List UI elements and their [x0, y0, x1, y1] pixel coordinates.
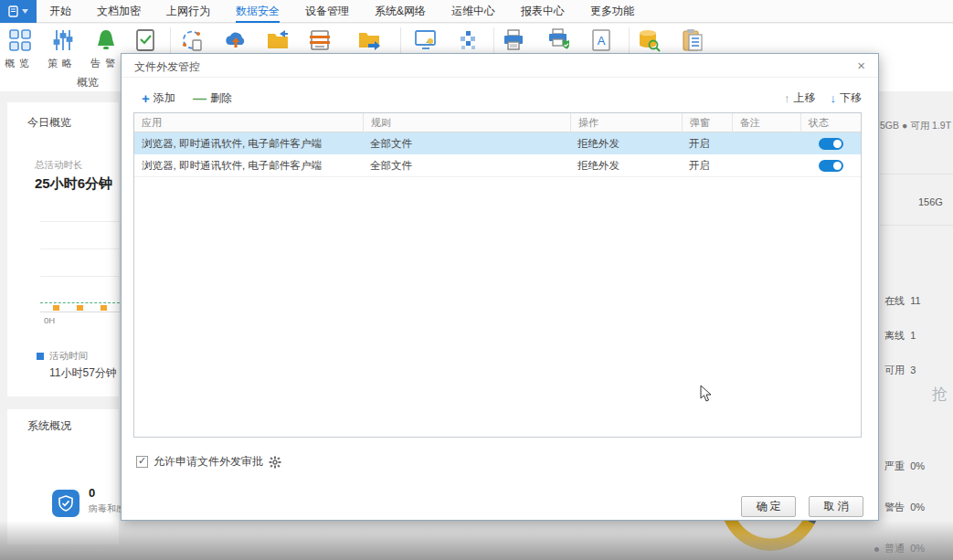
level-warning-value: 0% [910, 502, 925, 512]
level-normal-label: 普通 [884, 543, 905, 554]
menu-item-report-center[interactable]: 报表中心 [521, 0, 565, 23]
cell-rule: 全部文件 [363, 154, 570, 176]
dialog-titlebar: 文件外发管控 × [122, 54, 878, 78]
stat-available-label: 可用 [884, 365, 905, 375]
app-menu-button[interactable] [0, 0, 37, 23]
alert-bell-icon[interactable] [93, 27, 119, 53]
today-overview-title: 今日概览 [27, 115, 71, 131]
move-down-label: 下移 [840, 90, 862, 106]
arrow-up-icon: ↑ [784, 91, 790, 105]
tab-overview[interactable]: 概览 [77, 75, 99, 90]
screen-monitor-icon[interactable] [413, 27, 439, 53]
stat-offline: 离线 1 [884, 329, 916, 343]
sync-refresh-icon[interactable] [179, 27, 205, 53]
folder-return-icon[interactable] [265, 27, 291, 53]
stat-offline-label: 离线 [884, 330, 905, 341]
delete-button[interactable]: —删除 [193, 90, 232, 106]
policy-sliders-icon[interactable] [50, 27, 76, 53]
menu-items: 开始 文档加密 上网行为 数据安全 设备管理 系统&网络 运维中心 报表中心 更… [37, 0, 634, 23]
menu-item-data-security[interactable]: 数据安全 [236, 0, 280, 23]
approval-checkbox[interactable] [136, 456, 148, 468]
toolbar-label-policy[interactable]: 策略 [48, 57, 77, 70]
level-warning-label: 警告 [884, 502, 905, 512]
header-popup[interactable]: 弹窗 [682, 113, 732, 132]
overview-grid-icon[interactable] [7, 27, 33, 53]
stat-online-value: 11 [910, 295, 920, 306]
header-status[interactable]: 状态 [800, 113, 861, 132]
table-row[interactable]: 浏览器, 即时通讯软件, 电子邮件客户端 全部文件 拒绝外发 开启 [134, 154, 861, 177]
cell-popup: 开启 [682, 132, 732, 154]
divider [880, 225, 953, 226]
pixel-pattern-icon[interactable] [455, 27, 481, 53]
toolbar-label-overview[interactable]: 概览 [5, 57, 34, 70]
stat-offline-value: 1 [910, 330, 916, 341]
cell-action: 拒绝外发 [570, 154, 682, 176]
cell-app: 浏览器, 即时通讯软件, 电子邮件客户端 [134, 154, 363, 176]
file-outgoing-control-dialog: 文件外发管控 × +添加 —删除 ↑上移 ↓下移 应用 规则 操作 弹窗 备注 … [121, 53, 879, 521]
audit-clipboard-icon[interactable] [132, 27, 158, 53]
storage-value: 156G [918, 196, 943, 207]
level-normal-value: 0% [910, 543, 925, 554]
menu-item-device-mgmt[interactable]: 设备管理 [305, 0, 349, 23]
virus-count: 0 [89, 486, 95, 500]
cloud-upload-icon[interactable] [223, 27, 249, 53]
table-row[interactable]: 浏览器, 即时通讯软件, 电子邮件客户端 全部文件 拒绝外发 开启 [134, 132, 861, 154]
antivirus-shield-icon[interactable] [52, 490, 79, 517]
cell-status [800, 154, 861, 176]
menu-item-more[interactable]: 更多功能 [590, 0, 634, 23]
cell-popup: 开启 [682, 154, 732, 176]
document-a-icon[interactable]: A [588, 27, 614, 53]
status-toggle[interactable] [819, 138, 843, 150]
close-icon[interactable]: × [857, 58, 865, 73]
level-severe: 严重 0% [884, 460, 925, 473]
menu-item-start[interactable]: 开始 [49, 0, 71, 23]
mouse-cursor [700, 385, 712, 406]
menu-item-doc-encrypt[interactable]: 文档加密 [97, 0, 141, 23]
stat-online: 在线 11 [884, 294, 921, 308]
cell-status [800, 132, 861, 154]
overlay-watermark: 抢 [932, 384, 948, 405]
header-remark[interactable]: 备注 [732, 113, 800, 132]
header-app[interactable]: 应用 [134, 113, 363, 132]
chart-marker [53, 305, 59, 311]
header-action[interactable]: 操作 [570, 113, 682, 132]
toolbar-separator [629, 27, 630, 55]
storage-summary: 5GB ● 可用 1.9T [880, 120, 951, 132]
toolbar-separator [400, 27, 401, 55]
toolbar-separator [493, 27, 494, 55]
legend-value: 11小时57分钟 [49, 365, 117, 381]
cell-action: 拒绝外发 [570, 132, 682, 154]
delete-button-label: 删除 [210, 90, 232, 106]
plus-icon: + [142, 93, 150, 104]
gear-icon[interactable] [269, 456, 281, 469]
menu-item-web-behavior[interactable]: 上网行为 [166, 0, 210, 23]
total-activity-label: 总活动时长 [35, 159, 83, 172]
add-button[interactable]: +添加 [142, 90, 175, 106]
move-down-button[interactable]: ↓下移 [831, 90, 863, 106]
database-search-icon[interactable] [636, 27, 662, 53]
clipboard-report-icon[interactable] [680, 27, 705, 53]
level-warning: 警告 0% [884, 501, 925, 514]
system-overview-card: 系统概况 0 病毒和感染 [7, 409, 119, 544]
menu-item-ops-center[interactable]: 运维中心 [451, 0, 495, 23]
divider [880, 174, 953, 174]
system-overview-title: 系统概况 [27, 418, 71, 434]
approval-option: 允许申请文件外发审批 [136, 454, 281, 470]
move-up-button[interactable]: ↑上移 [784, 90, 816, 106]
cancel-button[interactable]: 取消 [809, 496, 863, 517]
printer-icon[interactable] [501, 27, 526, 53]
print-record-icon[interactable] [307, 27, 333, 53]
status-toggle[interactable] [819, 160, 843, 172]
stat-online-label: 在线 [884, 295, 905, 306]
today-overview-card: 今日概览 总活动时长 25小时6分钟 0H 活动时间 11小时57分钟 [7, 102, 119, 396]
print-security-icon[interactable] [546, 27, 572, 53]
screen: 开始 文档加密 上网行为 数据安全 设备管理 系统&网络 运维中心 报表中心 更… [0, 0, 953, 560]
menu-item-system-network[interactable]: 系统&网络 [375, 0, 426, 23]
level-severe-label: 严重 [884, 460, 905, 471]
toolbar-label-alert[interactable]: 告警 [90, 57, 120, 70]
file-export-icon[interactable] [356, 27, 382, 53]
stat-available-value: 3 [910, 365, 916, 375]
header-rule[interactable]: 规则 [363, 113, 570, 132]
ok-button[interactable]: 确定 [741, 496, 796, 517]
approval-label: 允许申请文件外发审批 [154, 454, 263, 470]
